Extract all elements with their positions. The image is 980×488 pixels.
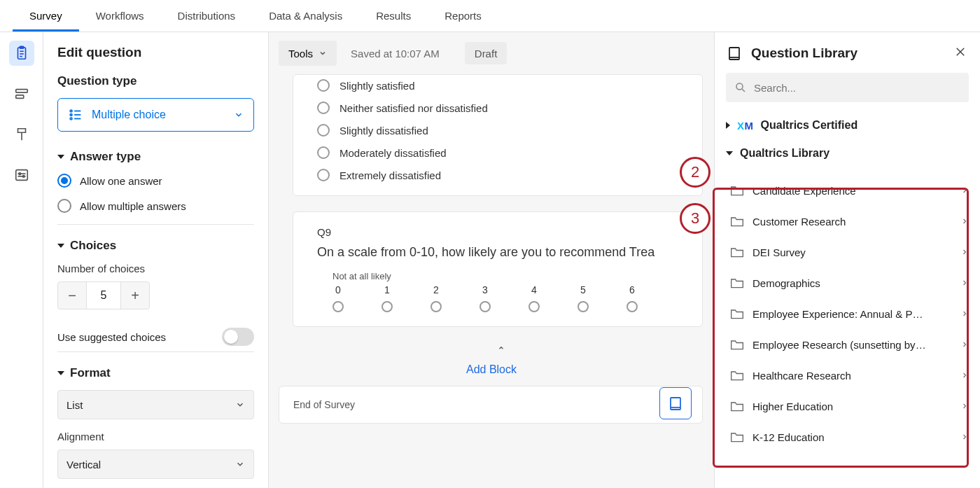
question-text[interactable]: On a scale from 0-10, how likely are you…: [317, 245, 678, 260]
scale-point[interactable]: 6: [626, 284, 638, 312]
tools-menu-button[interactable]: Tools: [279, 41, 337, 66]
stepper-decrement[interactable]: −: [58, 282, 86, 309]
format-select[interactable]: List: [57, 390, 254, 419]
draft-badge: Draft: [465, 42, 507, 64]
num-choices-stepper: − 5 +: [57, 281, 150, 309]
scale-point[interactable]: 3: [479, 284, 491, 312]
format-header[interactable]: Format: [57, 366, 254, 380]
radio-icon: [57, 199, 71, 213]
scale-point[interactable]: 2: [430, 284, 442, 312]
rail-look-feel-icon[interactable]: [9, 122, 34, 147]
chevron-right-icon: [960, 186, 969, 195]
question-number: Q9: [317, 226, 678, 238]
alignment-select[interactable]: Vertical: [57, 449, 254, 479]
question-card-prev[interactable]: Slightly satisfied Neither satisfied nor…: [293, 74, 703, 196]
suggested-choices-label: Use suggested choices: [57, 331, 166, 343]
library-folder[interactable]: Healthcare Research: [730, 360, 969, 391]
scale-point[interactable]: 0: [332, 284, 344, 312]
block-collapse-button[interactable]: [288, 342, 714, 354]
panel-title: Edit question: [57, 45, 254, 60]
answer-multi-radio[interactable]: Allow multiple answers: [57, 199, 254, 213]
chevron-right-icon: [960, 433, 969, 441]
alignment-label: Alignment: [57, 431, 254, 442]
close-button[interactable]: [952, 46, 969, 62]
caret-down-icon: [57, 155, 64, 159]
tab-results[interactable]: Results: [359, 0, 428, 32]
chevron-up-icon: [496, 344, 507, 351]
tab-distributions[interactable]: Distributions: [161, 0, 253, 32]
svg-rect-0: [18, 48, 25, 60]
library-folder[interactable]: Candidate Experience: [730, 175, 969, 206]
library-fab-button[interactable]: [659, 387, 692, 419]
chevron-right-icon: [960, 279, 969, 287]
folder-icon: [730, 400, 744, 412]
tab-workflows[interactable]: Workflows: [79, 0, 161, 32]
book-icon: [667, 395, 684, 412]
library-folder[interactable]: Higher Education: [730, 391, 969, 421]
rail-flow-icon[interactable]: [9, 81, 34, 106]
library-search-input[interactable]: [754, 82, 960, 94]
suggested-choices-toggle[interactable]: [222, 328, 254, 346]
chevron-right-icon: [960, 340, 969, 349]
choices-header[interactable]: Choices: [57, 239, 254, 253]
xm-logo-icon: XM: [737, 120, 754, 132]
question-type-label: Question type: [57, 74, 254, 88]
library-folder[interactable]: Demographics: [730, 267, 969, 298]
book-icon: [726, 45, 743, 62]
svg-point-14: [70, 114, 72, 116]
library-search[interactable]: [726, 73, 969, 102]
mc-option[interactable]: Moderately dissatisfied: [317, 146, 678, 159]
chevron-down-icon: [318, 49, 327, 57]
svg-rect-5: [15, 90, 27, 93]
rail-options-icon[interactable]: [9, 162, 34, 188]
library-folder[interactable]: Employee Research (sunsetting by en...: [730, 329, 969, 360]
library-folders: Candidate Experience Customer Research D…: [726, 175, 969, 452]
answer-one-radio[interactable]: Allow one answer: [57, 174, 254, 188]
qualtrics-certified-header[interactable]: XM Qualtrics Certified: [726, 119, 969, 132]
nps-scale: 0 1 2 3 4 5 6: [332, 284, 678, 312]
scale-point[interactable]: 1: [382, 284, 393, 312]
qualtrics-library-header[interactable]: Qualtrics Library: [726, 147, 969, 160]
svg-rect-8: [15, 170, 27, 181]
folder-icon: [730, 246, 744, 258]
tab-data-analysis[interactable]: Data & Analysis: [252, 0, 359, 32]
library-folder[interactable]: Customer Research: [730, 206, 969, 237]
folder-icon: [730, 369, 744, 382]
top-tabs: Survey Workflows Distributions Data & An…: [0, 0, 980, 32]
question-type-selector[interactable]: Multiple choice: [57, 98, 254, 132]
chevron-right-icon: [960, 402, 969, 410]
bullet-list-icon: [68, 107, 83, 123]
question-type-value: Multiple choice: [92, 109, 166, 121]
add-block-button[interactable]: Add Block: [269, 363, 714, 376]
chevron-right-icon: [960, 371, 969, 379]
question-card-q9[interactable]: Q9 On a scale from 0-10, how likely are …: [293, 211, 703, 327]
library-folder[interactable]: Employee Experience: Annual & Puls...: [730, 298, 969, 329]
scale-point[interactable]: 4: [528, 284, 540, 312]
folder-icon: [730, 307, 744, 320]
folder-icon: [730, 431, 744, 443]
mc-option[interactable]: Neither satisfied nor dissatisfied: [317, 102, 678, 114]
tab-survey[interactable]: Survey: [13, 0, 79, 32]
tab-reports[interactable]: Reports: [428, 0, 498, 32]
library-folder[interactable]: DEI Survey: [730, 237, 969, 267]
library-folder[interactable]: K-12 Education: [730, 421, 969, 452]
chevron-right-icon: [960, 309, 969, 318]
mc-option[interactable]: Extremely dissatisfied: [317, 169, 678, 181]
svg-point-13: [70, 110, 72, 112]
rail-builder-icon[interactable]: [9, 41, 34, 66]
mc-option[interactable]: Slightly dissatisfied: [317, 124, 678, 137]
end-of-survey-block[interactable]: End of Survey: [279, 386, 703, 424]
close-icon: [954, 46, 967, 58]
scale-point[interactable]: 5: [578, 284, 589, 312]
question-library-panel: Question Library XM Qualtrics Certified …: [714, 32, 980, 488]
search-icon: [734, 81, 747, 94]
survey-canvas: Tools Saved at 10:07 AM Draft Slightly s…: [269, 32, 714, 488]
chevron-down-icon: [235, 400, 245, 410]
stepper-increment[interactable]: +: [121, 282, 149, 309]
answer-type-header[interactable]: Answer type: [57, 150, 254, 164]
chevron-down-icon: [235, 459, 245, 469]
chevron-right-icon: [960, 217, 969, 225]
chevron-right-icon: [960, 248, 969, 256]
mc-option[interactable]: Slightly satisfied: [317, 79, 678, 92]
caret-down-icon: [726, 151, 733, 155]
